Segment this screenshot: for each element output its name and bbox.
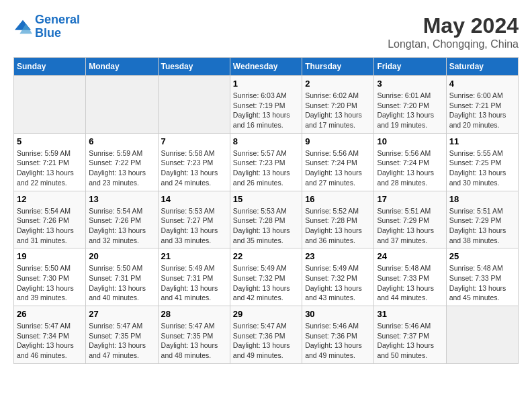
col-header-friday: Friday — [374, 58, 446, 76]
day-info: Sunrise: 5:57 AM Sunset: 7:23 PM Dayligh… — [233, 148, 299, 188]
day-number: 29 — [233, 309, 299, 319]
day-cell: 19Sunrise: 5:50 AM Sunset: 7:30 PM Dayli… — [14, 248, 86, 306]
day-info: Sunrise: 5:56 AM Sunset: 7:24 PM Dayligh… — [377, 148, 443, 188]
col-header-wednesday: Wednesday — [230, 58, 302, 76]
day-cell: 23Sunrise: 5:49 AM Sunset: 7:32 PM Dayli… — [302, 248, 374, 306]
day-number: 11 — [449, 136, 515, 146]
day-number: 22 — [233, 251, 299, 261]
day-number: 13 — [89, 194, 154, 204]
day-cell: 20Sunrise: 5:50 AM Sunset: 7:31 PM Dayli… — [86, 248, 158, 306]
day-cell: 6Sunrise: 5:59 AM Sunset: 7:22 PM Daylig… — [86, 133, 158, 191]
day-cell — [446, 306, 518, 364]
day-info: Sunrise: 5:59 AM Sunset: 7:21 PM Dayligh… — [17, 148, 83, 188]
col-header-thursday: Thursday — [302, 58, 374, 76]
sub-title: Longtan, Chongqing, China — [388, 38, 519, 50]
day-info: Sunrise: 5:53 AM Sunset: 7:27 PM Dayligh… — [161, 206, 227, 246]
day-cell: 21Sunrise: 5:49 AM Sunset: 7:31 PM Dayli… — [158, 248, 230, 306]
day-info: Sunrise: 5:48 AM Sunset: 7:33 PM Dayligh… — [449, 263, 515, 303]
day-number: 14 — [161, 194, 227, 204]
day-number: 3 — [377, 79, 443, 89]
day-number: 21 — [161, 251, 227, 261]
day-cell: 27Sunrise: 5:47 AM Sunset: 7:35 PM Dayli… — [86, 306, 158, 364]
week-row-2: 5Sunrise: 5:59 AM Sunset: 7:21 PM Daylig… — [14, 133, 519, 191]
day-info: Sunrise: 5:47 AM Sunset: 7:34 PM Dayligh… — [17, 321, 83, 361]
day-cell: 18Sunrise: 5:51 AM Sunset: 7:29 PM Dayli… — [446, 191, 518, 248]
day-cell: 25Sunrise: 5:48 AM Sunset: 7:33 PM Dayli… — [446, 248, 518, 306]
day-number: 5 — [17, 136, 83, 146]
day-number: 17 — [377, 194, 443, 204]
logo-text: General Blue — [35, 13, 80, 40]
day-info: Sunrise: 5:50 AM Sunset: 7:30 PM Dayligh… — [17, 263, 83, 303]
day-cell: 13Sunrise: 5:54 AM Sunset: 7:26 PM Dayli… — [86, 191, 158, 248]
page-header: General Blue May 2024 Longtan, Chongqing… — [13, 13, 519, 50]
day-info: Sunrise: 5:49 AM Sunset: 7:32 PM Dayligh… — [233, 263, 299, 303]
day-info: Sunrise: 5:56 AM Sunset: 7:24 PM Dayligh… — [305, 148, 371, 188]
day-number: 1 — [233, 79, 299, 89]
day-info: Sunrise: 5:46 AM Sunset: 7:37 PM Dayligh… — [377, 321, 443, 361]
col-header-monday: Monday — [86, 58, 158, 76]
day-number: 2 — [305, 79, 371, 89]
day-cell: 17Sunrise: 5:51 AM Sunset: 7:29 PM Dayli… — [374, 191, 446, 248]
day-number: 27 — [89, 309, 154, 319]
col-header-saturday: Saturday — [446, 58, 518, 76]
day-info: Sunrise: 5:54 AM Sunset: 7:26 PM Dayligh… — [17, 206, 83, 246]
calendar-table: SundayMondayTuesdayWednesdayThursdayFrid… — [13, 57, 519, 364]
day-cell — [86, 76, 158, 134]
title-block: May 2024 Longtan, Chongqing, China — [388, 13, 519, 50]
day-number: 28 — [161, 309, 227, 319]
day-cell: 31Sunrise: 5:46 AM Sunset: 7:37 PM Dayli… — [374, 306, 446, 364]
day-cell: 15Sunrise: 5:53 AM Sunset: 7:28 PM Dayli… — [230, 191, 302, 248]
day-number: 12 — [17, 194, 83, 204]
day-cell: 1Sunrise: 6:03 AM Sunset: 7:19 PM Daylig… — [230, 76, 302, 134]
day-info: Sunrise: 6:01 AM Sunset: 7:20 PM Dayligh… — [377, 91, 443, 130]
day-number: 7 — [161, 136, 227, 146]
day-cell: 26Sunrise: 5:47 AM Sunset: 7:34 PM Dayli… — [14, 306, 86, 364]
day-number: 31 — [377, 309, 443, 319]
day-cell — [14, 76, 86, 134]
day-cell: 4Sunrise: 6:00 AM Sunset: 7:21 PM Daylig… — [446, 76, 518, 134]
day-number: 18 — [449, 194, 515, 204]
day-number: 23 — [305, 251, 371, 261]
week-row-4: 19Sunrise: 5:50 AM Sunset: 7:30 PM Dayli… — [14, 248, 519, 306]
day-cell — [158, 76, 230, 134]
day-cell: 22Sunrise: 5:49 AM Sunset: 7:32 PM Dayli… — [230, 248, 302, 306]
day-info: Sunrise: 5:49 AM Sunset: 7:32 PM Dayligh… — [305, 263, 371, 303]
day-cell: 14Sunrise: 5:53 AM Sunset: 7:27 PM Dayli… — [158, 191, 230, 248]
day-cell: 9Sunrise: 5:56 AM Sunset: 7:24 PM Daylig… — [302, 133, 374, 191]
day-number: 30 — [305, 309, 371, 319]
day-number: 24 — [377, 251, 443, 261]
day-cell: 8Sunrise: 5:57 AM Sunset: 7:23 PM Daylig… — [230, 133, 302, 191]
day-number: 26 — [17, 309, 83, 319]
week-row-3: 12Sunrise: 5:54 AM Sunset: 7:26 PM Dayli… — [14, 191, 519, 248]
day-number: 15 — [233, 194, 299, 204]
col-header-tuesday: Tuesday — [158, 58, 230, 76]
day-info: Sunrise: 5:47 AM Sunset: 7:35 PM Dayligh… — [161, 321, 227, 361]
day-cell: 30Sunrise: 5:46 AM Sunset: 7:36 PM Dayli… — [302, 306, 374, 364]
week-row-1: 1Sunrise: 6:03 AM Sunset: 7:19 PM Daylig… — [14, 76, 519, 134]
day-cell: 28Sunrise: 5:47 AM Sunset: 7:35 PM Dayli… — [158, 306, 230, 364]
day-info: Sunrise: 6:02 AM Sunset: 7:20 PM Dayligh… — [305, 91, 371, 130]
day-number: 4 — [449, 79, 515, 89]
day-info: Sunrise: 5:51 AM Sunset: 7:29 PM Dayligh… — [377, 206, 443, 246]
logo-icon — [13, 17, 32, 36]
day-info: Sunrise: 5:46 AM Sunset: 7:36 PM Dayligh… — [305, 321, 371, 361]
day-cell: 3Sunrise: 6:01 AM Sunset: 7:20 PM Daylig… — [374, 76, 446, 134]
day-info: Sunrise: 5:50 AM Sunset: 7:31 PM Dayligh… — [89, 263, 154, 303]
day-cell: 7Sunrise: 5:58 AM Sunset: 7:23 PM Daylig… — [158, 133, 230, 191]
day-cell: 10Sunrise: 5:56 AM Sunset: 7:24 PM Dayli… — [374, 133, 446, 191]
day-info: Sunrise: 6:00 AM Sunset: 7:21 PM Dayligh… — [449, 91, 515, 130]
day-number: 25 — [449, 251, 515, 261]
day-cell: 24Sunrise: 5:48 AM Sunset: 7:33 PM Dayli… — [374, 248, 446, 306]
day-cell: 5Sunrise: 5:59 AM Sunset: 7:21 PM Daylig… — [14, 133, 86, 191]
calendar-header: SundayMondayTuesdayWednesdayThursdayFrid… — [14, 58, 519, 76]
day-cell: 12Sunrise: 5:54 AM Sunset: 7:26 PM Dayli… — [14, 191, 86, 248]
day-info: Sunrise: 5:54 AM Sunset: 7:26 PM Dayligh… — [89, 206, 154, 246]
day-cell: 29Sunrise: 5:47 AM Sunset: 7:36 PM Dayli… — [230, 306, 302, 364]
day-cell: 11Sunrise: 5:55 AM Sunset: 7:25 PM Dayli… — [446, 133, 518, 191]
day-info: Sunrise: 5:47 AM Sunset: 7:35 PM Dayligh… — [89, 321, 154, 361]
day-number: 10 — [377, 136, 443, 146]
day-number: 8 — [233, 136, 299, 146]
day-info: Sunrise: 5:55 AM Sunset: 7:25 PM Dayligh… — [449, 148, 515, 188]
logo: General Blue — [13, 13, 80, 40]
day-info: Sunrise: 5:58 AM Sunset: 7:23 PM Dayligh… — [161, 148, 227, 188]
